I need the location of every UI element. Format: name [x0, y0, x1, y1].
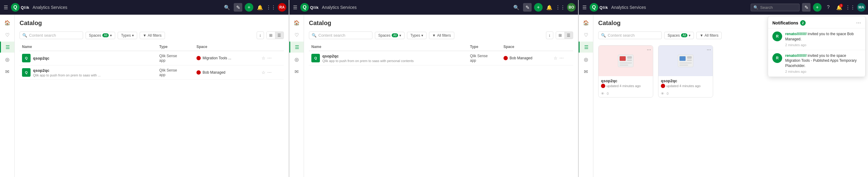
filter-icon-2: ▼: [432, 33, 436, 38]
more-btn-2a[interactable]: ⋯: [559, 56, 564, 61]
nav-icons-2: 🔍 ✎ + 🔔 ⋮⋮ BO: [512, 3, 576, 11]
bell-icon-3[interactable]: 🔔 2: [835, 3, 843, 11]
hamburger-menu-3[interactable]: ☰: [581, 3, 588, 11]
col-type-2: Type: [467, 43, 501, 51]
add-icon-2[interactable]: +: [534, 3, 542, 11]
cell-actions-1a: ☆ ⋯: [259, 51, 284, 65]
add-icon-1[interactable]: +: [245, 3, 253, 11]
avatar-3[interactable]: MA: [857, 3, 866, 11]
spaces-filter-3[interactable]: Spaces All ▾: [664, 32, 694, 39]
notif-more-btn[interactable]: ⋯: [856, 20, 861, 26]
sort-btn-2[interactable]: ↕: [546, 31, 554, 39]
list-view-btn-2[interactable]: ☰: [564, 32, 573, 39]
types-filter-1[interactable]: Types ▾: [118, 32, 137, 39]
search-input-1[interactable]: [29, 33, 80, 38]
search-bar-input-3[interactable]: [760, 5, 797, 10]
grid-icon-1[interactable]: ⋮⋮: [267, 3, 275, 11]
card-more-btn-3b[interactable]: ⋯: [707, 48, 711, 52]
grid-icon-3[interactable]: ⋮⋮: [846, 3, 855, 11]
bell-badge-3: 2: [839, 4, 843, 7]
all-filters-2[interactable]: ▼ All filters: [429, 32, 454, 39]
sort-btn-1[interactable]: ↕: [257, 31, 264, 39]
svg-rect-2: [627, 56, 632, 59]
hamburger-menu-2[interactable]: ☰: [292, 3, 299, 11]
grid-view-btn-2[interactable]: ⊞: [556, 32, 564, 39]
star-btn-2a[interactable]: ☆: [554, 56, 558, 61]
col-type-1: Type: [157, 43, 194, 51]
views-count-3b: 0: [666, 92, 669, 95]
panel-3-wrapper: ☰ Q Qlik Analytics Services 🔍 ✎ + ? 🔔 2 …: [579, 0, 868, 177]
list-view-btn-1[interactable]: ☰: [275, 32, 283, 39]
cell-actions-2a: ☆ ⋯: [551, 51, 574, 65]
all-filters-3[interactable]: ▼ All filters: [696, 32, 722, 39]
bell-icon-2[interactable]: 🔔: [545, 3, 554, 11]
all-filters-1[interactable]: ▼ All filters: [140, 32, 165, 39]
spaces-filter-1[interactable]: Spaces All ▾: [86, 32, 115, 39]
sidebar-item-activity-2[interactable]: ◎: [291, 54, 302, 65]
panel-1: ☰ Q Qlik Analytics Services 🔍 ✎ + 🔔 ⋮⋮ R…: [0, 0, 289, 177]
spaces-filter-2[interactable]: Spaces All ▾: [375, 32, 405, 39]
search-icon-input-3: 🔍: [601, 33, 606, 38]
search-icon-1[interactable]: 🔍: [223, 3, 231, 11]
edit-icon-3[interactable]: ✎: [802, 3, 811, 11]
table-row: Q qsop2qc Qlik Senseapp Migration Tools …: [20, 51, 284, 65]
catalog-card-3a[interactable]: ⋯ qsop2qc updated 4 minutes ago 👁 0: [598, 45, 653, 97]
star-btn-1b[interactable]: ☆: [261, 70, 266, 75]
notif-title-text: Notifications: [772, 21, 798, 25]
types-filter-2[interactable]: Types ▾: [407, 32, 426, 39]
star-btn-1a[interactable]: ☆: [261, 56, 266, 61]
svg-rect-3: [627, 60, 632, 61]
svg-rect-9: [687, 60, 692, 61]
main-area-1: 🏠 ♡ ☰ ◎ ✉ Catalog 🔍 Spaces All ▾ Types ▾…: [0, 15, 289, 177]
more-btn-1b[interactable]: ⋯: [267, 70, 272, 75]
help-icon-3[interactable]: ?: [824, 3, 833, 11]
notif-item-2: R renato////////// invited you to the sp…: [768, 50, 865, 77]
space-dot-1a: [196, 56, 201, 60]
sidebar-item-home-2[interactable]: 🏠: [291, 17, 302, 28]
sidebar-item-catalog-1[interactable]: ☰: [0, 41, 14, 53]
sidebar-item-messages-3[interactable]: ✉: [581, 66, 591, 77]
grid-icon-2[interactable]: ⋮⋮: [556, 3, 565, 11]
avatar-2[interactable]: BO: [567, 3, 576, 11]
sidebar-item-favorites-1[interactable]: ♡: [2, 29, 13, 40]
search-wrap-2[interactable]: 🔍: [309, 31, 372, 39]
content-2: Catalog 🔍 Spaces All ▾ Types ▾ ▼ All fil…: [304, 15, 578, 177]
sidebar-item-favorites-2[interactable]: ♡: [291, 29, 302, 40]
search-wrap-3[interactable]: 🔍: [598, 31, 662, 39]
search-icon-input-2: 🔍: [312, 33, 316, 38]
sidebar-item-activity-3[interactable]: ◎: [581, 54, 591, 65]
table-row: Q qsop2qc Qlik app to push from on prem …: [20, 65, 284, 80]
sidebar-item-home-3[interactable]: 🏠: [581, 17, 591, 28]
edit-icon-2[interactable]: ✎: [523, 3, 532, 11]
search-icon-2[interactable]: 🔍: [512, 3, 521, 11]
bell-icon-1[interactable]: 🔔: [256, 3, 264, 11]
add-icon-3[interactable]: +: [813, 3, 822, 11]
search-input-2[interactable]: [318, 33, 370, 38]
topnav-1: ☰ Q Qlik Analytics Services 🔍 ✎ + 🔔 ⋮⋮ R…: [0, 0, 289, 15]
search-bar-3[interactable]: 🔍: [751, 4, 800, 11]
sidebar-item-messages-1[interactable]: ✉: [2, 66, 13, 77]
search-wrap-1[interactable]: 🔍: [20, 31, 83, 39]
notif-time-2: 2 minutes ago: [785, 70, 861, 73]
hamburger-menu-1[interactable]: ☰: [2, 3, 9, 11]
avatar-1[interactable]: RA: [278, 3, 286, 11]
notif-item-1: R renato////////// invited you to the sp…: [768, 28, 865, 50]
notif-title: Notifications 2: [772, 20, 806, 26]
notif-count-badge: 2: [800, 20, 806, 26]
sidebar-item-messages-2[interactable]: ✉: [291, 66, 302, 77]
sidebar-item-home-1[interactable]: 🏠: [2, 17, 13, 28]
sidebar-item-favorites-3[interactable]: ♡: [581, 29, 591, 40]
grid-view-btn-1[interactable]: ⊞: [267, 32, 275, 39]
qlik-wordmark-1: Qlik: [21, 5, 30, 10]
more-btn-1a[interactable]: ⋯: [267, 56, 272, 61]
catalog-card-3b[interactable]: ⋯ qsop2qc updated 4 minutes ago 👁 0: [658, 45, 713, 97]
filter-icon-3: ▼: [700, 33, 703, 38]
sidebar-item-catalog-3[interactable]: ☰: [579, 41, 593, 53]
search-input-3[interactable]: [608, 33, 659, 38]
card-more-btn-3a[interactable]: ⋯: [647, 48, 651, 52]
edit-icon-1[interactable]: ✎: [234, 3, 242, 11]
qlik-logo-1: Q Qlik: [11, 3, 30, 11]
sidebar-item-catalog-2[interactable]: ☰: [289, 41, 304, 53]
sidebar-item-activity-1[interactable]: ◎: [2, 54, 13, 65]
item-icon-1b: Q: [22, 68, 31, 77]
